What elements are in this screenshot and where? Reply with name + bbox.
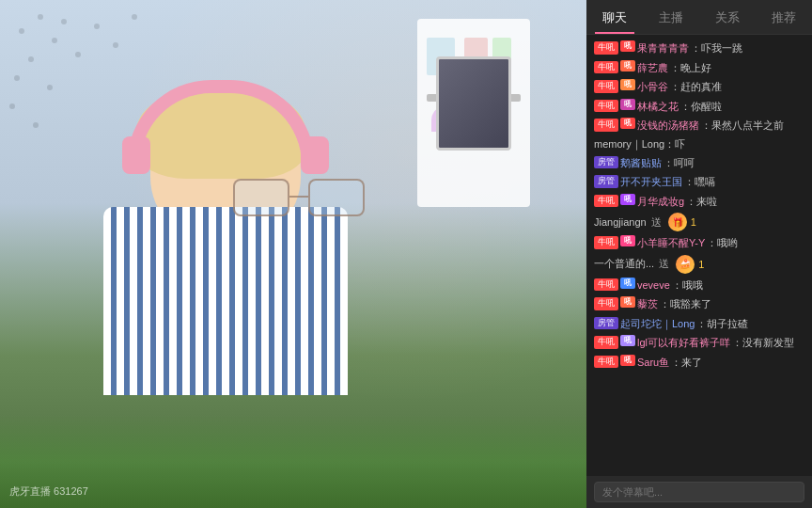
msg-username: 小羊睡不醒Y-Y <box>637 235 705 251</box>
level-icon: 吼 <box>620 335 635 346</box>
list-item: 房管 开不开夹王国 ：嘿嗝 <box>586 172 812 192</box>
msg-content: ：来啦 <box>686 194 717 210</box>
msg-username: 一个普通的... <box>594 257 654 271</box>
list-item: 牛吼 吼 veveve ：哦哦 <box>586 276 812 295</box>
hp-right <box>301 136 329 174</box>
level-icon: 吼 <box>620 99 635 110</box>
level-icon: 吼 <box>620 296 635 308</box>
chat-messages: 牛吼 吼 果青青青青 ：吓我一跳 牛吼 吼 薛艺農 ：晚上好 牛吼 吼 小骨谷 … <box>586 35 812 476</box>
niuyin-badge: 牛吼 <box>594 356 618 369</box>
msg-content: ：呵呵 <box>664 155 695 171</box>
msg-content: ：哦哟 <box>707 235 738 251</box>
msg-username: 果青青青青 <box>637 40 689 56</box>
niuyin-badge: 牛吼 <box>594 278 618 292</box>
tabs-bar: 聊天 主播 关系 推荐 <box>586 0 812 35</box>
niuyin-badge: 牛吼 <box>594 297 618 310</box>
list-item: 牛吼 吼 小羊睡不醒Y-Y ：哦哟 <box>586 233 812 253</box>
msg-content: ：没有新发型 <box>732 335 794 351</box>
gift-count: 1 <box>698 259 704 270</box>
level-icon: 吼 <box>620 79 635 90</box>
chat-input[interactable] <box>594 482 804 502</box>
list-item: Jiangjiangn 送 🎁 1 <box>586 211 812 233</box>
tab-relations[interactable]: 关系 <box>699 0 756 34</box>
msg-content: ：晚上好 <box>670 60 711 76</box>
msg-username: 开不开夹王国 <box>620 174 682 190</box>
msg-username: 鹅酱贴贴 <box>620 155 662 171</box>
video-section: 虎牙直播 631267 <box>0 0 586 508</box>
level-icon: 吼 <box>620 278 635 289</box>
list-item: 牛吼 吼 lgl可以有好看裤子咩 ：没有新发型 <box>586 333 812 353</box>
msg-username: 起司坨坨｜Long <box>620 316 695 332</box>
list-item: 牛吼 吼 果青青青青 ：吓我一跳 <box>586 39 812 58</box>
level-icon: 吼 <box>620 355 635 366</box>
gift-icon: 🎁 <box>668 213 687 231</box>
level-icon: 吼 <box>620 235 635 246</box>
level-icon: 吼 <box>620 194 635 205</box>
headphones <box>127 80 315 165</box>
list-item: 牛吼 吼 没钱的汤猪猪 ：果然八点半之前 <box>586 116 812 135</box>
gift-action: 送 <box>648 215 664 230</box>
list-item: memory｜Long：吓 <box>586 135 812 153</box>
gift-action: 送 <box>656 257 672 271</box>
glasses <box>224 179 374 221</box>
msg-username: Jiangjiangn <box>594 216 647 228</box>
fanguan-badge: 房管 <box>594 317 618 330</box>
msg-username: Saru鱼 <box>637 355 669 371</box>
msg-content: ：赶的真准 <box>670 79 722 95</box>
msg-content: ：果然八点半之前 <box>701 118 784 134</box>
msg-content: ：哦哦 <box>672 278 703 294</box>
tab-host[interactable]: 主播 <box>643 0 699 34</box>
fanguan-badge: 房管 <box>594 175 618 188</box>
msg-username: 林橘之花 <box>637 99 679 115</box>
video-background: 虎牙直播 631267 <box>0 0 586 508</box>
list-item: 牛吼 吼 小骨谷 ：赶的真准 <box>586 77 812 97</box>
msg-content: memory｜Long：吓 <box>594 138 685 150</box>
niuyin-badge: 牛吼 <box>594 119 618 132</box>
level-icon: 吼 <box>620 118 635 129</box>
msg-username: 薛艺農 <box>637 60 668 76</box>
niuyin-badge: 牛吼 <box>594 41 618 55</box>
niuyin-badge: 牛吼 <box>594 80 618 93</box>
level-icon: 吼 <box>620 60 635 71</box>
chat-input-area <box>586 476 812 508</box>
list-item: 牛吼 吼 月华成妆g ：来啦 <box>586 192 812 212</box>
level-icon: 吼 <box>620 40 635 52</box>
niuyin-badge: 牛吼 <box>594 336 618 349</box>
streamer <box>75 75 376 395</box>
list-item: 牛吼 吼 藜茨 ：哦豁来了 <box>586 294 812 314</box>
tab-recommend[interactable]: 推荐 <box>756 0 812 34</box>
msg-content: ：来了 <box>671 355 702 371</box>
hp-left <box>122 136 150 174</box>
list-item: 房管 鹅酱贴贴 ：呵呵 <box>586 153 812 173</box>
msg-username: 月华成妆g <box>637 194 684 210</box>
shirt <box>103 207 348 395</box>
niuyin-badge: 牛吼 <box>594 195 618 208</box>
msg-username: 小骨谷 <box>637 79 668 95</box>
gift-count: 1 <box>691 216 696 228</box>
list-item: 牛吼 吼 薛艺農 ：晚上好 <box>586 58 812 78</box>
msg-username: lgl可以有好看裤子咩 <box>637 335 730 351</box>
msg-content: ：胡子拉碴 <box>696 316 748 332</box>
chat-panel: 聊天 主播 关系 推荐 牛吼 吼 果青青青青 ：吓我一跳 牛吼 吼 薛艺農 ：晚… <box>586 0 812 508</box>
msg-username: 藜茨 <box>637 296 658 312</box>
niuyin-badge: 牛吼 <box>594 100 618 113</box>
msg-content: ：嘿嗝 <box>684 174 715 190</box>
msg-username: veveve <box>637 278 670 294</box>
gift-icon: 🍰 <box>676 255 695 274</box>
msg-username: 没钱的汤猪猪 <box>637 118 699 134</box>
photo-frame <box>436 56 511 151</box>
list-item: 房管 起司坨坨｜Long ：胡子拉碴 <box>586 314 812 334</box>
tab-chat[interactable]: 聊天 <box>586 0 643 34</box>
niuyin-badge: 牛吼 <box>594 236 618 249</box>
msg-content: ：哦豁来了 <box>660 296 711 312</box>
fanguan-badge: 房管 <box>594 156 618 169</box>
list-item: 牛吼 吼 Saru鱼 ：来了 <box>586 353 812 373</box>
msg-content: ：你醒啦 <box>680 99 722 115</box>
list-item: 牛吼 吼 林橘之花 ：你醒啦 <box>586 97 812 117</box>
list-item: 一个普通的... 送 🍰 1 <box>586 253 812 276</box>
msg-content: ：吓我一跳 <box>691 40 742 56</box>
stream-info: 虎牙直播 631267 <box>9 484 88 499</box>
niuyin-badge: 牛吼 <box>594 61 618 74</box>
